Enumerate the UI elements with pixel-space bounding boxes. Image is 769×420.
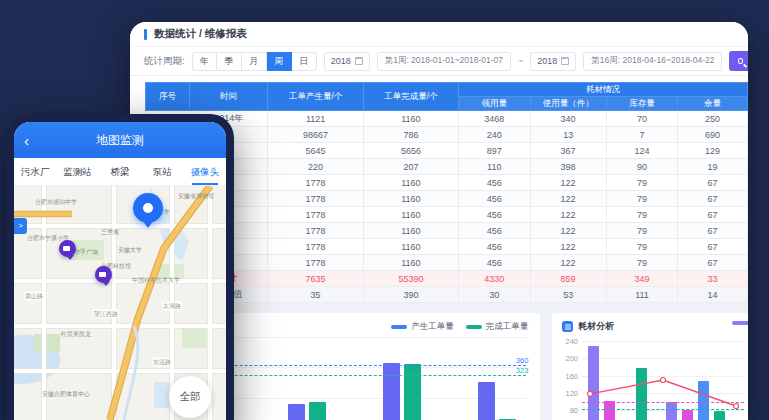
table-row[interactable]: 177811604561227967 — [146, 239, 748, 255]
table-cell: 786 — [363, 127, 458, 143]
table-cell: 1778 — [268, 255, 363, 271]
table-cell: 456 — [459, 175, 530, 191]
report-table: 序号时间工单产生量/个工单完成量/个耗材情况领用量使用量（件）库存量余量 120… — [145, 82, 748, 303]
camera-pin[interactable] — [59, 240, 76, 257]
legend-item[interactable]: 产生工单量 — [391, 321, 454, 333]
search-icon — [738, 58, 742, 64]
bar-完成工单量[interactable] — [404, 364, 421, 420]
road-label: 望江西路 — [93, 310, 119, 319]
table-cell: 3468 — [459, 111, 530, 127]
phone-tab-桥梁[interactable]: 桥梁 — [99, 158, 141, 185]
table-cell: 14 — [678, 287, 748, 303]
table-cell: 340 — [530, 111, 606, 127]
sub-column-header: 库存量 — [606, 97, 677, 111]
table-cell: 110 — [459, 159, 530, 175]
table-cell: 1160 — [363, 255, 458, 271]
period-option[interactable]: 日 — [292, 52, 317, 71]
avg-row[interactable]: 平均值35390305311114 — [146, 287, 748, 303]
week-end-value: 第16周: 2018-04-16~2018-04-22 — [591, 55, 714, 67]
legend-item[interactable]: 完成工单量 — [466, 321, 529, 333]
phone-tab-泵站[interactable]: 泵站 — [141, 158, 183, 185]
filter-bar: 统计周期: 年季月周日 2018 第1周: 2018-01-01~2018-01… — [130, 46, 748, 76]
bar-产生工单量[interactable] — [288, 404, 305, 420]
table-cell: 67 — [678, 175, 748, 191]
selected-location-pin[interactable] — [133, 193, 163, 223]
sub-column-header: 使用量（件） — [530, 97, 606, 111]
map-view[interactable]: 合肥市琥珀中学体育场安徽农业大学安徽省博物馆三里庵合肥市宁溪小学华孚广场安徽大学… — [14, 186, 226, 420]
column-group-header: 耗材情况 — [459, 83, 748, 97]
table-row[interactable]: 177811604561227967 — [146, 207, 748, 223]
range-separator: ~ — [518, 56, 523, 66]
table-row[interactable]: 2202071103989019 — [146, 159, 748, 175]
period-label: 统计周期: — [144, 55, 185, 68]
table-cell: 122 — [530, 175, 606, 191]
phone-screen: ‹ 地图监测 污水厂监测站桥梁泵站摄像头 — [14, 122, 226, 420]
table-cell: 7635 — [268, 271, 363, 287]
column-header: 时间 — [189, 83, 268, 111]
table-cell: 79 — [606, 223, 677, 239]
table-row[interactable]: 56455656897367124129 — [146, 143, 748, 159]
chart-title-row: ▥ 耗材分析 — [562, 320, 614, 333]
table-cell: 67 — [678, 255, 748, 271]
reference-label: 360 — [516, 356, 529, 365]
bar-产生工单量[interactable] — [478, 382, 495, 420]
breadcrumb: 数据统计 / 维修报表 — [154, 27, 247, 41]
bar-产生工单量[interactable] — [383, 363, 400, 420]
week-end-input[interactable]: 第16周: 2018-04-16~2018-04-22 — [583, 52, 722, 71]
road-label: 太湖路 — [162, 302, 182, 311]
phone-tab-污水厂[interactable]: 污水厂 — [14, 158, 56, 185]
phone-page-title: 地图监测 — [96, 132, 144, 149]
back-icon[interactable]: ‹ — [24, 133, 29, 148]
column-header: 工单产生量/个 — [268, 83, 363, 111]
table-row[interactable]: 177811604561227967 — [146, 175, 748, 191]
y-axis-tick: 240 — [565, 337, 578, 346]
table-row[interactable]: 12014年11211160346834070250 — [146, 111, 748, 127]
period-segmented-control: 年季月周日 — [192, 52, 317, 71]
table-cell: 1160 — [363, 191, 458, 207]
poi-label: 三里庵 — [101, 228, 119, 237]
table-row[interactable]: 177811604561227967 — [146, 223, 748, 239]
table-cell: 1778 — [268, 223, 363, 239]
table-cell: 122 — [530, 191, 606, 207]
camera-pin[interactable] — [95, 266, 112, 283]
bar-完成工单量[interactable] — [309, 402, 326, 420]
table-cell: 33 — [678, 271, 748, 287]
query-button[interactable]: 查询 — [729, 51, 748, 71]
year-end-value: 2018 — [537, 56, 557, 66]
all-filter-button[interactable]: 全部 — [169, 376, 211, 418]
query-label: 查询 — [747, 48, 748, 74]
phone-tab-监测站[interactable]: 监测站 — [56, 158, 98, 185]
table-cell: 207 — [363, 159, 458, 175]
map-expand-toggle[interactable]: > — [14, 218, 27, 234]
road-label: 黄山路 — [24, 292, 44, 301]
table-cell: 67 — [678, 223, 748, 239]
table-row[interactable]: 177811604561227967 — [146, 191, 748, 207]
table-cell: 1778 — [268, 191, 363, 207]
total-row[interactable]: 合计763555390433085934933 — [146, 271, 748, 287]
reference-label: 323 — [516, 366, 529, 375]
period-option[interactable]: 季 — [217, 52, 242, 71]
table-cell: 456 — [459, 191, 530, 207]
table-cell: 67 — [678, 191, 748, 207]
table-cell: 35 — [268, 287, 363, 303]
table-cell: 122 — [530, 255, 606, 271]
year-end-select[interactable]: 2018 — [530, 52, 576, 71]
period-option[interactable]: 年 — [192, 52, 217, 71]
table-cell: 897 — [459, 143, 530, 159]
table-cell: 859 — [530, 271, 606, 287]
table-cell: 1160 — [363, 111, 458, 127]
year-start-select[interactable]: 2018 — [324, 52, 370, 71]
period-option[interactable]: 周 — [267, 52, 292, 71]
week-start-value: 第1周: 2018-01-01~2018-01-07 — [385, 55, 503, 67]
table-row[interactable]: 98667786240137690 — [146, 127, 748, 143]
table-cell: 53 — [530, 287, 606, 303]
table-cell: 67 — [678, 239, 748, 255]
week-start-input[interactable]: 第1周: 2018-01-01~2018-01-07 — [377, 52, 511, 71]
calendar-icon — [355, 57, 363, 65]
phone-tab-摄像头[interactable]: 摄像头 — [184, 158, 226, 185]
y-axis-tick: 80 — [570, 406, 578, 415]
table-cell: 124 — [606, 143, 677, 159]
period-option[interactable]: 月 — [242, 52, 267, 71]
trend-line — [582, 341, 744, 420]
table-row[interactable]: 177811604561227967 — [146, 255, 748, 271]
